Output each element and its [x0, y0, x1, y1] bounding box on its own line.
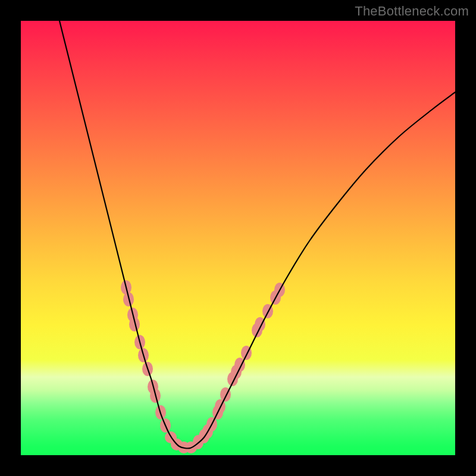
markers-group [121, 280, 285, 453]
bottleneck-curve [57, 9, 455, 449]
watermark-label: TheBottleneck.com [355, 4, 469, 19]
plot-area [21, 21, 455, 455]
curve-svg [21, 21, 455, 455]
chart-frame: TheBottleneck.com [0, 0, 476, 476]
